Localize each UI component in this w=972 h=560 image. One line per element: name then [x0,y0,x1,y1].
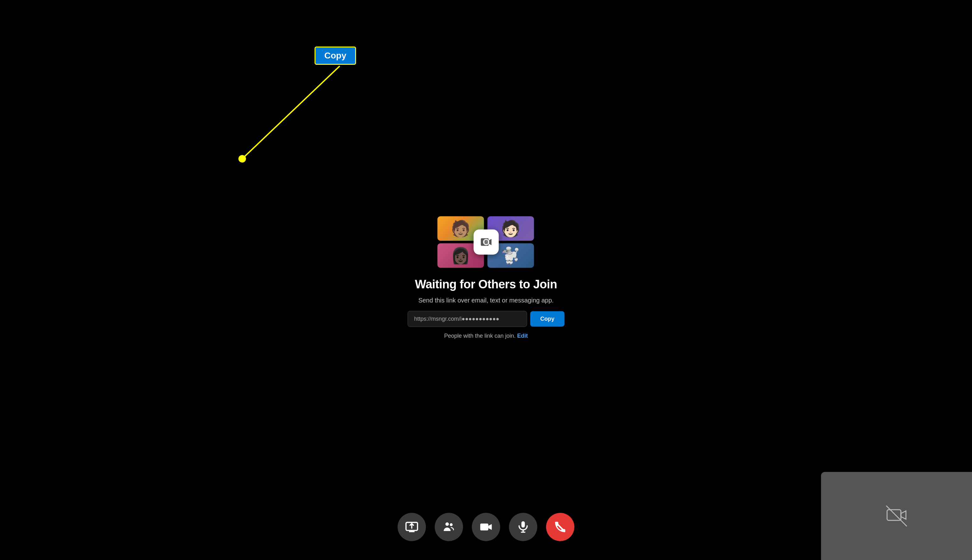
share-screen-button[interactable] [397,513,426,541]
svg-rect-5 [480,523,489,530]
end-call-icon [553,520,567,534]
page-title: Waiting for Others to Join [415,277,557,291]
svg-line-10 [242,66,340,159]
link-input[interactable] [408,311,527,327]
video-button[interactable] [472,513,500,541]
toolbar [397,513,575,541]
link-permissions: People with the link can join. Edit [444,332,528,339]
link-row: Copy [408,311,564,327]
subtitle-text: Send this link over email, text or messa… [418,297,554,304]
chain-link-icon [478,234,494,250]
video-icon [479,520,493,534]
svg-point-11 [239,155,246,163]
camera-preview [821,472,972,560]
edit-link[interactable]: Edit [517,332,528,338]
mute-button[interactable] [509,513,537,541]
svg-point-3 [446,522,449,526]
link-chain-icon-overlay [473,230,499,255]
people-button[interactable] [435,513,463,541]
copy-button[interactable]: Copy [530,311,564,327]
svg-point-4 [450,523,453,526]
permissions-text: People with the link can join. [444,332,516,338]
svg-line-9 [887,506,907,526]
people-icon [442,520,456,534]
annotation-copy-label: Copy [314,47,356,65]
microphone-icon [516,520,530,534]
end-call-button[interactable] [546,513,575,541]
avatar-grid: 🧑🏽 🧑🏻 👩🏿 🐩 [437,216,535,268]
share-screen-icon [405,520,419,534]
camera-off-icon [884,503,909,528]
main-content: 🧑🏽 🧑🏻 👩🏿 🐩 Waiting for Others [408,216,564,339]
svg-rect-6 [521,521,525,528]
